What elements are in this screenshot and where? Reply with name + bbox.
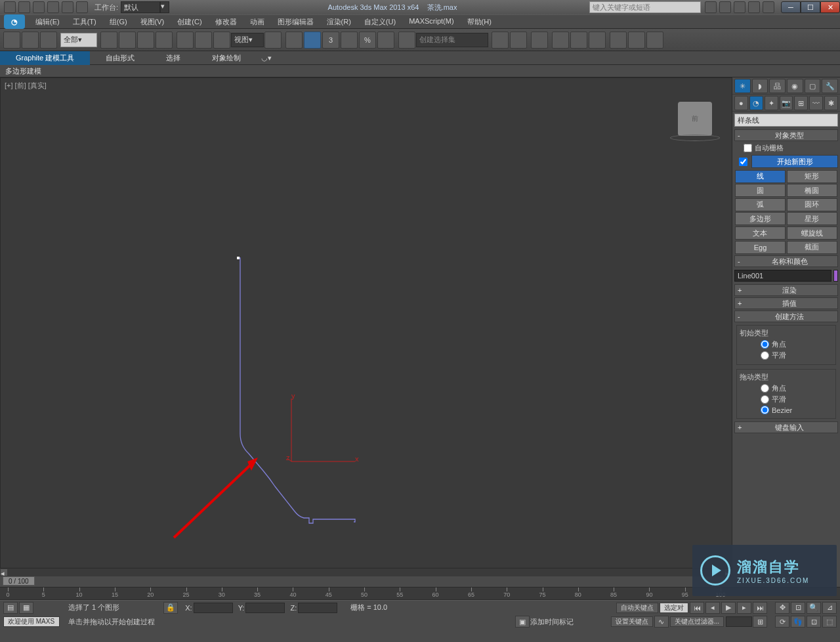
init-corner-radio[interactable]	[761, 340, 769, 349]
x-coord-input[interactable]	[194, 603, 233, 613]
minimize-button[interactable]: ─	[781, 1, 801, 13]
z-coord-input[interactable]	[298, 603, 337, 613]
category-dropdown[interactable]: 样条线	[734, 114, 838, 127]
qat-redo[interactable]	[62, 1, 74, 13]
rollout-name-color[interactable]: -名称和颜色	[734, 255, 838, 267]
select-by-name-icon[interactable]	[119, 32, 136, 49]
select-manipulate-icon[interactable]	[285, 32, 303, 49]
prev-frame-icon[interactable]: ◂	[705, 602, 720, 614]
objtype-截面[interactable]: 截面	[787, 241, 837, 254]
object-name-input[interactable]	[734, 270, 831, 282]
hierarchy-tab-icon[interactable]: 品	[769, 79, 786, 93]
qat-project[interactable]	[76, 1, 88, 13]
menu-组(G)[interactable]: 组(G)	[103, 15, 134, 29]
objtype-多边形[interactable]: 多边形	[735, 212, 786, 225]
shapes-cat-icon[interactable]: ◔	[749, 96, 763, 110]
h-scrollbar[interactable]	[8, 568, 724, 576]
zoom-extents-icon[interactable]: ⊡	[791, 602, 805, 614]
viewcube[interactable]: 前	[678, 102, 712, 136]
rollout-keyboard-entry[interactable]: +键盘输入	[734, 421, 838, 433]
select-rect-icon[interactable]	[137, 32, 154, 49]
menu-自定义(U)[interactable]: 自定义(U)	[358, 15, 402, 29]
utilities-tab-icon[interactable]: 🔧	[822, 79, 838, 93]
cameras-cat-icon[interactable]: 📷	[780, 96, 793, 110]
menu-修改器[interactable]: 修改器	[209, 15, 243, 29]
systems-cat-icon[interactable]: ✱	[824, 96, 838, 110]
layers-icon[interactable]	[531, 32, 548, 49]
viewcube-ring[interactable]	[670, 135, 720, 141]
key-mode-icon[interactable]: ∿	[654, 616, 669, 628]
zoom-region-icon[interactable]: ⬚	[822, 616, 837, 628]
orbit-icon[interactable]: ⟳	[775, 616, 789, 628]
move-icon[interactable]	[177, 32, 194, 49]
render-setup-icon[interactable]	[610, 32, 627, 49]
objtype-椭圆[interactable]: 椭圆	[787, 184, 837, 197]
drag-smooth-radio[interactable]	[761, 395, 769, 404]
menu-编辑(E)[interactable]: 编辑(E)	[29, 15, 66, 29]
rollout-render[interactable]: +渲染	[734, 284, 838, 296]
lock-selection-icon[interactable]: 🔒	[163, 602, 178, 614]
qat-save[interactable]	[33, 1, 45, 13]
help-search[interactable]	[589, 1, 701, 13]
start-new-shape-button[interactable]: 开始新图形	[751, 155, 838, 168]
drag-bezier-radio[interactable]	[761, 406, 769, 414]
objtype-矩形[interactable]: 矩形	[787, 170, 837, 183]
menu-渲染(R)[interactable]: 渲染(R)	[320, 15, 358, 29]
zoom-icon[interactable]: 🔍	[807, 602, 821, 614]
listener-icon[interactable]: ▦	[19, 602, 33, 614]
select-object-icon[interactable]	[100, 32, 117, 49]
next-frame-icon[interactable]: ▸	[737, 602, 751, 614]
geometry-cat-icon[interactable]: ●	[734, 96, 748, 110]
edit-named-sel-icon[interactable]	[398, 32, 415, 49]
snap-3-icon[interactable]: 3	[322, 32, 339, 49]
scale-icon[interactable]	[213, 32, 230, 49]
snap-toggle-icon[interactable]	[304, 32, 321, 49]
workspace-dd-arrow[interactable]: ▾	[160, 1, 169, 13]
objtype-星形[interactable]: 星形	[787, 212, 837, 225]
mirror-icon[interactable]	[492, 32, 509, 49]
create-tab-icon[interactable]: ✳	[734, 79, 751, 93]
qat-open[interactable]	[18, 1, 30, 13]
ribbon-tab-0[interactable]: Graphite 建模工具	[0, 51, 90, 65]
add-time-tag[interactable]: 添加时间标记	[530, 617, 574, 627]
goto-start-icon[interactable]: ⏮	[690, 602, 704, 614]
y-coord-input[interactable]	[245, 603, 285, 613]
time-config-icon[interactable]: ⊞	[753, 616, 767, 628]
modify-tab-icon[interactable]: ◗	[752, 79, 768, 93]
current-frame-input[interactable]	[726, 616, 752, 627]
ribbon-tab-1[interactable]: 自由形式	[90, 51, 150, 65]
key-filters-button[interactable]: 关键点过滤器...	[670, 616, 724, 627]
rollout-interpolation[interactable]: +插值	[734, 297, 838, 309]
infocenter-icon[interactable]	[705, 1, 717, 13]
menu-动画[interactable]: 动画	[243, 15, 271, 29]
start-new-shape-checkbox[interactable]	[739, 158, 747, 166]
percent-snap-icon[interactable]: %	[359, 32, 376, 49]
menu-图形编辑器[interactable]: 图形编辑器	[271, 15, 320, 29]
angle-snap-icon[interactable]	[341, 32, 358, 49]
workspace-dropdown[interactable]: 默认	[121, 1, 160, 13]
set-key-button[interactable]: 设置关键点	[611, 616, 653, 627]
qat-new[interactable]	[4, 1, 16, 13]
exchange-icon[interactable]	[734, 1, 746, 13]
time-slider[interactable]: 0 / 100	[3, 576, 35, 586]
pivot-icon[interactable]	[264, 32, 282, 49]
objtype-螺旋线[interactable]: 螺旋线	[787, 226, 837, 240]
align-icon[interactable]	[510, 32, 527, 49]
objtype-Egg[interactable]: Egg	[735, 241, 786, 254]
objtype-文本[interactable]: 文本	[735, 226, 786, 240]
objtype-圆环[interactable]: 圆环	[787, 198, 837, 211]
keyconfig-icon[interactable]	[719, 1, 731, 13]
select-window-icon[interactable]	[156, 32, 173, 49]
ribbon-tab-3[interactable]: 对象绘制	[196, 51, 257, 65]
close-button[interactable]: ✕	[820, 1, 840, 13]
spinner-snap-icon[interactable]	[377, 32, 394, 49]
menu-MAXScript(M)[interactable]: MAXScript(M)	[402, 15, 460, 29]
unlink-icon[interactable]	[22, 32, 39, 49]
menu-创建(C)[interactable]: 创建(C)	[171, 15, 208, 29]
objtype-线[interactable]: 线	[735, 170, 786, 183]
pan-view-icon[interactable]: ✥	[775, 602, 789, 614]
objtype-圆[interactable]: 圆	[735, 184, 786, 197]
auto-key-button[interactable]: 自动关键点	[616, 603, 658, 613]
helpers-cat-icon[interactable]: ⊞	[794, 96, 808, 110]
help-icon[interactable]	[763, 1, 774, 13]
